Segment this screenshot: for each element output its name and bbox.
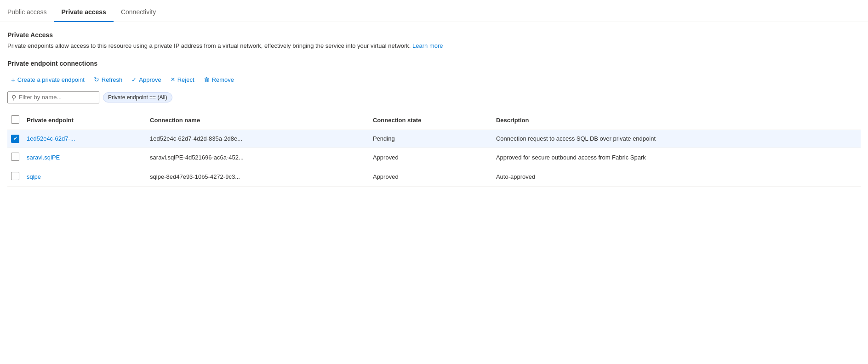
connection-name-cell: saravi.sqlPE-4d521696-ac6a-452... bbox=[146, 148, 369, 167]
learn-more-link[interactable]: Learn more bbox=[412, 42, 443, 49]
row-checkbox[interactable] bbox=[11, 153, 19, 161]
connection-name-cell: 1ed52e4c-62d7-4d2d-835a-2d8e... bbox=[146, 130, 369, 148]
filter-row: Private endpoint == (All) bbox=[7, 91, 861, 103]
connections-subtitle: Private endpoint connections bbox=[7, 60, 861, 67]
select-all-header bbox=[7, 111, 23, 130]
remove-button[interactable]: Remove bbox=[200, 74, 238, 85]
reject-button-label: Reject bbox=[177, 76, 194, 83]
tab-connectivity[interactable]: Connectivity bbox=[114, 4, 163, 22]
search-input[interactable] bbox=[19, 94, 95, 101]
refresh-button[interactable]: Refresh bbox=[90, 74, 126, 85]
row-checkbox-cell bbox=[7, 148, 23, 167]
private-endpoint-cell: saravi.sqlPE bbox=[23, 148, 146, 167]
check-icon bbox=[131, 76, 137, 83]
section-title: Private Access bbox=[7, 31, 861, 39]
create-button-label: Create a private endpoint bbox=[17, 76, 85, 83]
select-all-checkbox[interactable] bbox=[11, 115, 19, 124]
search-box[interactable] bbox=[7, 91, 99, 103]
table-row: 1ed52e4c-62d7-...1ed52e4c-62d7-4d2d-835a… bbox=[7, 130, 861, 148]
connection-state-cell: Approved bbox=[369, 148, 492, 167]
description-cell: Auto-approved bbox=[492, 167, 861, 186]
tabs-bar: Public access Private access Connectivit… bbox=[0, 0, 868, 22]
tab-private-access[interactable]: Private access bbox=[54, 4, 114, 22]
private-endpoint-link[interactable]: sqlpe bbox=[27, 173, 41, 180]
connections-table: Private endpoint Connection name Connect… bbox=[7, 111, 861, 187]
description-text: Private endpoints allow access to this r… bbox=[7, 42, 411, 49]
col-header-connection-state: Connection state bbox=[369, 111, 492, 130]
table-header-row: Private endpoint Connection name Connect… bbox=[7, 111, 861, 130]
private-endpoint-link[interactable]: saravi.sqlPE bbox=[27, 154, 60, 161]
section-description: Private endpoints allow access to this r… bbox=[7, 41, 861, 51]
search-icon bbox=[11, 94, 16, 101]
reject-button[interactable]: Reject bbox=[167, 74, 198, 85]
plus-icon bbox=[11, 76, 15, 84]
col-header-connection-name: Connection name bbox=[146, 111, 369, 130]
x-icon bbox=[171, 76, 175, 83]
col-header-description: Description bbox=[492, 111, 861, 130]
table-row: saravi.sqlPEsaravi.sqlPE-4d521696-ac6a-4… bbox=[7, 148, 861, 167]
filter-badge[interactable]: Private endpoint == (All) bbox=[103, 92, 172, 102]
row-checkbox-cell bbox=[7, 167, 23, 186]
create-private-endpoint-button[interactable]: Create a private endpoint bbox=[7, 74, 88, 86]
toolbar: Create a private endpoint Refresh Approv… bbox=[7, 74, 861, 86]
table-row: sqlpesqlpe-8ed47e93-10b5-4272-9c3...Appr… bbox=[7, 167, 861, 186]
tab-public-access[interactable]: Public access bbox=[7, 4, 54, 22]
private-endpoint-cell: sqlpe bbox=[23, 167, 146, 186]
row-checkbox[interactable] bbox=[11, 135, 19, 143]
trash-icon bbox=[204, 76, 210, 83]
private-endpoint-link[interactable]: 1ed52e4c-62d7-... bbox=[27, 135, 75, 142]
connection-name-cell: sqlpe-8ed47e93-10b5-4272-9c3... bbox=[146, 167, 369, 186]
refresh-icon bbox=[94, 76, 99, 83]
row-checkbox-cell bbox=[7, 130, 23, 148]
connection-state-cell: Approved bbox=[369, 167, 492, 186]
remove-button-label: Remove bbox=[212, 76, 234, 83]
refresh-button-label: Refresh bbox=[102, 76, 123, 83]
description-cell: Connection request to access SQL DB over… bbox=[492, 130, 861, 148]
private-endpoint-cell: 1ed52e4c-62d7-... bbox=[23, 130, 146, 148]
approve-button[interactable]: Approve bbox=[128, 74, 165, 85]
approve-button-label: Approve bbox=[139, 76, 161, 83]
main-content: Private Access Private endpoints allow a… bbox=[0, 22, 868, 196]
col-header-private-endpoint: Private endpoint bbox=[23, 111, 146, 130]
description-cell: Approved for secure outbound access from… bbox=[492, 148, 861, 167]
row-checkbox[interactable] bbox=[11, 172, 19, 180]
connection-state-cell: Pending bbox=[369, 130, 492, 148]
